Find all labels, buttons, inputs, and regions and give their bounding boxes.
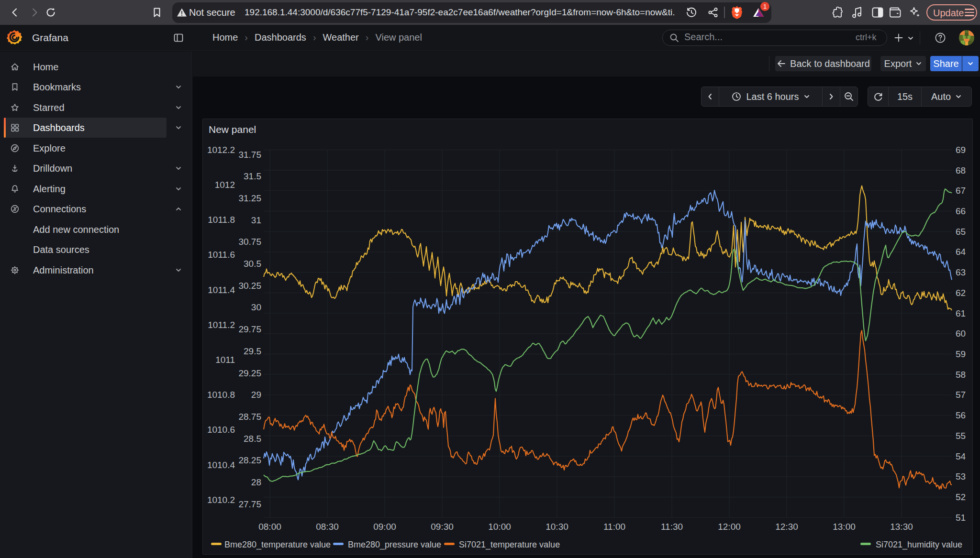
svg-text:29.5: 29.5 xyxy=(244,346,261,356)
svg-text:Si7021_temperature value: Si7021_temperature value xyxy=(459,540,560,550)
svg-text:29.25: 29.25 xyxy=(238,368,261,378)
svg-text:1012.2: 1012.2 xyxy=(207,145,235,155)
svg-text:55: 55 xyxy=(956,431,966,441)
svg-text:29: 29 xyxy=(251,390,261,400)
svg-text:28.75: 28.75 xyxy=(238,412,261,422)
svg-text:10:30: 10:30 xyxy=(546,522,568,532)
svg-text:62: 62 xyxy=(956,288,966,298)
svg-text:60: 60 xyxy=(956,328,966,339)
svg-text:63: 63 xyxy=(956,267,966,277)
svg-text:1010.8: 1010.8 xyxy=(207,390,235,400)
svg-text:13:30: 13:30 xyxy=(890,522,913,532)
svg-text:65: 65 xyxy=(956,227,966,237)
svg-text:1011.4: 1011.4 xyxy=(208,285,235,295)
svg-text:Bme280_pressure value: Bme280_pressure value xyxy=(348,540,441,550)
svg-text:31.75: 31.75 xyxy=(238,150,261,160)
svg-text:28.5: 28.5 xyxy=(244,434,261,444)
svg-text:59: 59 xyxy=(956,349,966,359)
svg-text:1011.6: 1011.6 xyxy=(208,250,235,260)
svg-text:31: 31 xyxy=(251,215,261,225)
svg-text:29.75: 29.75 xyxy=(238,324,261,334)
svg-text:13:00: 13:00 xyxy=(833,522,856,532)
svg-text:1010.6: 1010.6 xyxy=(207,425,235,435)
svg-text:28.25: 28.25 xyxy=(238,455,261,465)
svg-text:11:00: 11:00 xyxy=(603,522,625,532)
svg-text:31.25: 31.25 xyxy=(238,193,261,203)
svg-text:64: 64 xyxy=(956,247,966,257)
svg-text:New panel: New panel xyxy=(209,124,256,135)
svg-text:53: 53 xyxy=(956,471,966,481)
svg-text:69: 69 xyxy=(956,145,966,155)
svg-text:27.75: 27.75 xyxy=(238,499,261,509)
svg-text:28: 28 xyxy=(251,477,261,487)
svg-text:1011.8: 1011.8 xyxy=(208,215,235,225)
svg-text:52: 52 xyxy=(956,492,966,502)
svg-text:10:00: 10:00 xyxy=(488,522,511,532)
svg-text:Bme280_temperature value: Bme280_temperature value xyxy=(224,540,331,550)
svg-text:1011: 1011 xyxy=(215,355,235,365)
svg-text:61: 61 xyxy=(956,308,966,318)
svg-text:31.5: 31.5 xyxy=(244,171,261,181)
svg-text:12:30: 12:30 xyxy=(775,522,798,532)
svg-text:30.75: 30.75 xyxy=(238,237,261,247)
svg-text:09:00: 09:00 xyxy=(373,522,396,532)
svg-text:12:00: 12:00 xyxy=(718,522,741,532)
svg-text:58: 58 xyxy=(956,370,966,380)
svg-text:67: 67 xyxy=(956,186,966,196)
svg-text:57: 57 xyxy=(956,390,966,400)
svg-text:08:30: 08:30 xyxy=(316,522,339,532)
svg-text:1010.4: 1010.4 xyxy=(207,460,235,470)
svg-text:11:30: 11:30 xyxy=(661,522,683,532)
svg-text:51: 51 xyxy=(956,513,966,523)
svg-text:Si7021_humidity value: Si7021_humidity value xyxy=(876,540,962,550)
svg-text:54: 54 xyxy=(956,451,966,461)
svg-text:66: 66 xyxy=(956,206,966,216)
svg-text:30: 30 xyxy=(251,302,261,312)
svg-text:1012: 1012 xyxy=(215,180,235,190)
svg-text:08:00: 08:00 xyxy=(258,522,281,532)
svg-text:30.5: 30.5 xyxy=(244,259,261,269)
svg-text:30.25: 30.25 xyxy=(238,281,261,291)
svg-text:68: 68 xyxy=(956,165,966,175)
svg-text:1011.2: 1011.2 xyxy=(208,320,235,330)
svg-text:56: 56 xyxy=(956,410,966,420)
svg-text:1010.2: 1010.2 xyxy=(207,495,235,505)
svg-text:09:30: 09:30 xyxy=(431,522,454,532)
